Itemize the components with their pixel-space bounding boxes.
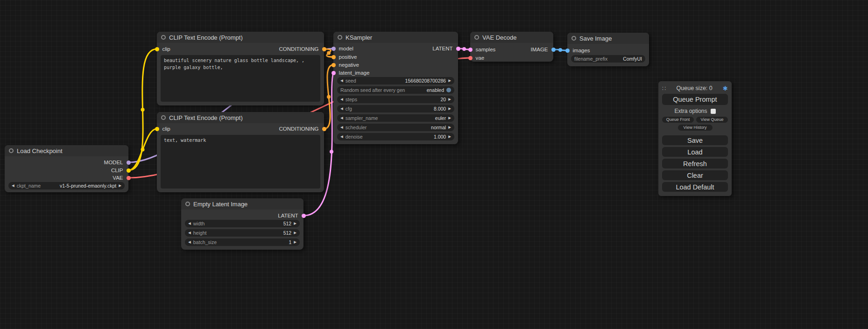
link-midpoint-dot[interactable]	[558, 48, 562, 52]
output-port-vae[interactable]: VAE	[113, 174, 130, 182]
clear-button[interactable]: Clear	[662, 170, 728, 180]
widget-sampler-name[interactable]: ◀ sampler_name euler ▶	[337, 114, 454, 122]
output-port-conditioning[interactable]: CONDITIONING	[279, 125, 326, 133]
decrement-arrow-icon[interactable]: ◀	[188, 240, 191, 244]
widget-seed[interactable]: ◀ seed 156680208700286 ▶	[337, 77, 454, 84]
widget-steps[interactable]: ◀ steps 20 ▶	[337, 96, 454, 103]
save-button[interactable]: Save	[662, 135, 728, 145]
link-midpoint-dot[interactable]	[141, 108, 145, 112]
node-header[interactable]: Empty Latent Image	[181, 198, 303, 210]
load-button[interactable]: Load	[662, 147, 728, 157]
port-dot-conditioning[interactable]	[332, 55, 336, 59]
input-port-clip[interactable]: clip	[155, 125, 170, 133]
decrement-arrow-icon[interactable]: ◀	[340, 98, 343, 101]
collapse-dot[interactable]	[161, 115, 166, 120]
node-header[interactable]: Save Image	[567, 33, 649, 44]
node-ksampler[interactable]: KSampler model positive negative latent_…	[333, 32, 458, 144]
increment-arrow-icon[interactable]: ▶	[448, 79, 451, 83]
input-port-images[interactable]: images	[565, 47, 590, 54]
output-port-latent[interactable]: LATENT	[278, 212, 305, 219]
graph-canvas[interactable]: Load Checkpoint MODEL CLIP VAE ◀ ckpt_na…	[0, 0, 868, 329]
increment-arrow-icon[interactable]: ▶	[448, 116, 451, 120]
decrement-arrow-icon[interactable]: ◀	[340, 135, 343, 139]
port-dot-vae[interactable]	[127, 176, 131, 180]
output-port-model[interactable]: MODEL	[104, 159, 131, 166]
decrement-arrow-icon[interactable]: ◀	[340, 116, 343, 120]
output-port-clip[interactable]: CLIP	[111, 167, 131, 174]
prompt-textarea[interactable]: beautiful scenery nature glass bottle la…	[161, 55, 320, 102]
widget-width[interactable]: ◀ width 512 ▶	[185, 220, 300, 227]
increment-arrow-icon[interactable]: ▶	[448, 98, 451, 101]
decrement-arrow-icon[interactable]: ◀	[12, 184, 14, 188]
drag-handle-icon[interactable]: ∷	[662, 85, 666, 92]
collapse-dot[interactable]	[338, 35, 342, 40]
port-dot-conditioning[interactable]	[322, 127, 326, 131]
decrement-arrow-icon[interactable]: ◀	[188, 222, 191, 225]
input-port-clip[interactable]: clip	[155, 45, 170, 53]
input-port-samples[interactable]: samples	[468, 46, 496, 53]
input-port-latent-image[interactable]: latent_image	[332, 69, 370, 77]
output-port-latent[interactable]: LATENT	[432, 45, 460, 52]
port-dot-latent[interactable]	[332, 71, 336, 75]
port-dot-conditioning[interactable]	[322, 47, 326, 51]
output-port-conditioning[interactable]: CONDITIONING	[279, 45, 326, 53]
node-vae-decode[interactable]: VAE Decode samples IMAGE vae	[470, 32, 553, 62]
view-history-button[interactable]: View History	[678, 125, 713, 131]
decrement-arrow-icon[interactable]: ◀	[340, 126, 343, 129]
increment-arrow-icon[interactable]: ▶	[294, 231, 296, 235]
settings-gear-icon[interactable]: ✱	[723, 85, 728, 92]
link-midpoint-dot[interactable]	[462, 47, 466, 51]
widget-random-seed-toggle[interactable]: Random seed after every gen enabled	[337, 86, 454, 94]
node-header[interactable]: Load Checkpoint	[5, 145, 128, 156]
widget-denoise[interactable]: ◀ denoise 1.000 ▶	[337, 133, 454, 140]
port-dot-image[interactable]	[565, 49, 570, 53]
widget-cfg[interactable]: ◀ cfg 8.000 ▶	[337, 105, 454, 112]
port-dot-clip[interactable]	[155, 47, 159, 51]
port-dot-latent[interactable]	[468, 48, 473, 52]
node-clip-text-encode-positive[interactable]: CLIP Text Encode (Prompt) clip CONDITION…	[157, 32, 324, 105]
node-header[interactable]: KSampler	[333, 32, 458, 43]
port-dot-clip[interactable]	[155, 127, 159, 131]
collapse-dot[interactable]	[185, 202, 190, 206]
node-header[interactable]: CLIP Text Encode (Prompt)	[157, 32, 324, 43]
link-midpoint-dot[interactable]	[327, 95, 331, 99]
widget-filename-prefix[interactable]: filename_prefix ComfyUI	[571, 55, 645, 63]
port-dot-latent[interactable]	[302, 214, 306, 218]
node-save-image[interactable]: Save Image images filename_prefix ComfyU…	[567, 33, 649, 66]
port-dot-image[interactable]	[551, 48, 556, 52]
increment-arrow-icon[interactable]: ▶	[119, 184, 121, 188]
input-port-negative[interactable]: negative	[332, 61, 359, 69]
queue-front-button[interactable]: Queue Front	[662, 117, 694, 123]
port-dot-model[interactable]	[127, 161, 131, 165]
widget-ckpt-name[interactable]: ◀ ckpt_name v1-5-pruned-emaonly.ckpt ▶	[8, 182, 125, 189]
collapse-dot[interactable]	[474, 35, 479, 40]
link-midpoint-dot[interactable]	[330, 150, 333, 154]
input-port-vae[interactable]: vae	[468, 54, 485, 62]
collapse-dot[interactable]	[9, 148, 14, 153]
widget-batch-size[interactable]: ◀ batch_size 1 ▶	[185, 238, 300, 246]
increment-arrow-icon[interactable]: ▶	[294, 240, 296, 244]
node-header[interactable]: VAE Decode	[470, 32, 553, 43]
port-dot-conditioning[interactable]	[332, 63, 336, 67]
port-dot-vae[interactable]	[468, 56, 473, 60]
widget-height[interactable]: ◀ height 512 ▶	[185, 229, 300, 237]
link-midpoint-dot[interactable]	[327, 51, 331, 55]
queue-prompt-button[interactable]: Queue Prompt	[662, 94, 728, 105]
output-port-image[interactable]: IMAGE	[530, 46, 555, 53]
view-queue-button[interactable]: View Queue	[696, 117, 728, 123]
toggle-dot[interactable]	[446, 88, 451, 92]
extra-options-checkbox[interactable]	[711, 109, 716, 114]
collapse-dot[interactable]	[572, 36, 576, 41]
decrement-arrow-icon[interactable]: ◀	[188, 231, 191, 235]
node-empty-latent-image[interactable]: Empty Latent Image LATENT ◀ width 512 ▶ …	[181, 198, 303, 250]
increment-arrow-icon[interactable]: ▶	[448, 126, 451, 129]
prompt-textarea[interactable]: text, watermark	[161, 135, 320, 189]
node-header[interactable]: CLIP Text Encode (Prompt)	[157, 112, 324, 123]
collapse-dot[interactable]	[161, 35, 166, 40]
decrement-arrow-icon[interactable]: ◀	[340, 79, 343, 83]
load-default-button[interactable]: Load Default	[662, 182, 728, 192]
increment-arrow-icon[interactable]: ▶	[294, 222, 296, 225]
input-port-positive[interactable]: positive	[332, 53, 357, 61]
link-midpoint-dot[interactable]	[141, 148, 145, 152]
widget-scheduler[interactable]: ◀ scheduler normal ▶	[337, 124, 454, 131]
